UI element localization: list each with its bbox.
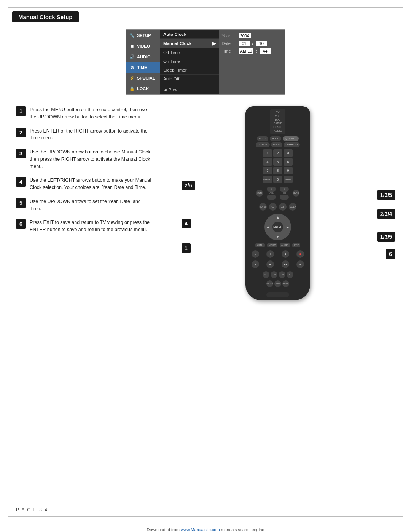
btn-9[interactable]: 9: [284, 167, 293, 174]
action-row: FORMAT INPUT COMMAND: [256, 142, 300, 147]
btn-1[interactable]: 1: [263, 149, 272, 157]
ff-button[interactable]: ⏭: [266, 260, 274, 268]
btn-0[interactable]: 0: [273, 176, 282, 183]
ch-down[interactable]: −: [280, 195, 289, 200]
date-value1[interactable]: 01: [239, 41, 250, 46]
sidebar-item-setup[interactable]: 🔧 SETUP: [126, 30, 160, 41]
audio-button[interactable]: AUDIO: [280, 243, 290, 247]
menu-item-manual-clock[interactable]: Manual Clock ▶: [160, 39, 218, 48]
enter-button[interactable]: ENTER: [272, 222, 283, 232]
sidebar-label-video: VIDEO: [137, 44, 150, 48]
callout-1: 1: [182, 243, 191, 253]
se-button[interactable]: SE: [263, 271, 269, 278]
mode-button[interactable]: MODE: [270, 136, 281, 141]
fwhat-button[interactable]: F: [287, 271, 293, 278]
btn-8[interactable]: 8: [273, 167, 282, 174]
year-value[interactable]: 2004: [239, 33, 251, 38]
vol-control: + VOL −: [267, 187, 276, 200]
menu-button[interactable]: MENU: [255, 243, 265, 247]
sidebar-item-audio[interactable]: 🔊 AUDIO: [126, 51, 160, 62]
vol-down[interactable]: −: [267, 195, 276, 200]
menu-panel: Year 2004 Date 01 / 10 Time AM 10 : 44: [219, 30, 285, 94]
footer-suffix: manuals search engine: [220, 527, 264, 532]
format-button[interactable]: FORMAT: [256, 142, 270, 147]
tune-button[interactable]: TUNE: [274, 280, 281, 287]
freeze-button[interactable]: FREEZE: [266, 280, 273, 287]
btn-5[interactable]: 5: [273, 158, 282, 166]
video-button[interactable]: VIDEO: [267, 243, 277, 247]
input-button[interactable]: INPUT: [271, 142, 282, 147]
sidebar-item-video[interactable]: ▣ VIDEO: [126, 41, 160, 51]
nav-right[interactable]: ►: [286, 225, 290, 229]
menu-buttons-row: MENU VIDEO AUDIO EXIT: [255, 243, 301, 247]
skip-fwd-button[interactable]: ►: [296, 260, 304, 268]
ail-button[interactable]: AIL: [279, 203, 287, 211]
year-label: Year: [222, 34, 236, 38]
footer-link[interactable]: www.Manualslib.com: [181, 527, 220, 532]
nav-down[interactable]: ▼: [276, 235, 280, 239]
step-text-3: Use the UP/DOWN arrow button to choose M…: [30, 149, 153, 170]
callout-4: 4: [182, 219, 191, 228]
step-number-4: 4: [16, 177, 26, 187]
fph1-button[interactable]: FP/H: [271, 271, 277, 278]
record-button[interactable]: ⏺: [296, 250, 304, 258]
menu-item-auto-clock[interactable]: Auto Clock: [160, 30, 218, 39]
time-value2[interactable]: 44: [260, 48, 271, 54]
ratio-button[interactable]: RATIO: [259, 203, 267, 211]
sidebar-item-lock[interactable]: 🔒 LOCK: [126, 83, 160, 94]
menu-item-on-time[interactable]: On Time: [160, 57, 218, 66]
ch-up[interactable]: +: [280, 187, 289, 192]
skip-back-button[interactable]: ◄◄: [282, 260, 289, 268]
menu-item-auto-off[interactable]: Auto Off: [160, 75, 218, 83]
numpad: 1 2 3 4 5 6 7 8 9 ENTER/0 0 JUMP: [263, 149, 293, 183]
menu-item-off-time[interactable]: Off Time: [160, 48, 218, 57]
btn-jump[interactable]: JUMP: [284, 176, 293, 183]
stop-button[interactable]: ⏹: [282, 250, 289, 258]
step-text-2: Press ENTER or the RIGHT arrow button to…: [30, 128, 153, 142]
sleep-button[interactable]: SLEEP: [289, 203, 296, 211]
btn-3[interactable]: 3: [284, 149, 293, 157]
menu-item-sleep-timer[interactable]: Sleep Timer: [160, 66, 218, 75]
pause-button[interactable]: ⏸: [266, 250, 274, 258]
time-label: Time: [222, 49, 236, 53]
lock-icon: 🔒: [129, 85, 135, 92]
step-2: 2 Press ENTER or the RIGHT arrow button …: [16, 128, 153, 142]
light-button[interactable]: LIGHT: [257, 136, 268, 141]
step-6: 6 Press EXIT to save and return to TV vi…: [16, 219, 153, 233]
swap-button[interactable]: SWAP: [282, 280, 289, 287]
sidebar-label-lock: LOCK: [137, 86, 149, 91]
surr-button[interactable]: SURR: [293, 190, 299, 197]
btn-enter0[interactable]: ENTER/0: [263, 176, 272, 183]
callout-135b: 1/3/5: [377, 232, 395, 242]
exit-button[interactable]: EXIT: [292, 243, 300, 247]
step-number-2: 2: [16, 128, 26, 137]
nav-up[interactable]: ▲: [276, 215, 280, 219]
step-3: 3 Use the UP/DOWN arrow button to choose…: [16, 149, 153, 170]
btn-4[interactable]: 4: [263, 158, 272, 166]
date-value2[interactable]: 10: [256, 41, 267, 46]
setup-icon: 🔧: [129, 32, 135, 39]
step-number-1: 1: [16, 106, 26, 116]
nav-left[interactable]: ◄: [266, 225, 270, 229]
remote-device-label: TV VCR DVD CABLE HDSTB AUDIO: [270, 109, 285, 134]
btn-2[interactable]: 2: [273, 149, 282, 157]
cc-button[interactable]: CC: [269, 203, 277, 211]
sidebar-item-special[interactable]: ⚡ SPECIAL: [126, 73, 160, 83]
mute-button[interactable]: MUTE: [256, 190, 263, 197]
fph2-button[interactable]: FP/H: [279, 271, 285, 278]
remote-control: TV VCR DVD CABLE HDSTB AUDIO LIGHT MODE …: [245, 106, 310, 300]
vol-up[interactable]: +: [267, 187, 276, 192]
btn-6[interactable]: 6: [284, 158, 293, 166]
date-sep: /: [252, 41, 253, 46]
page-container: Manual Clock Setup 🔧 SETUP ▣ VIDEO 🔊 AUD…: [8, 7, 403, 517]
time-value1[interactable]: AM 10: [239, 48, 254, 54]
rew-button[interactable]: ⏮: [252, 260, 259, 268]
steps-list: 1 Press the MENU button on the remote co…: [16, 106, 153, 300]
power-button[interactable]: ⏻ POWER: [283, 136, 299, 141]
btn-7[interactable]: 7: [263, 167, 272, 174]
sidebar-item-time[interactable]: ⊘ TIME: [126, 62, 160, 73]
play-button[interactable]: ▶: [252, 250, 259, 258]
command-button[interactable]: COMMAND: [284, 142, 300, 147]
func-row-2: FREEZE TUNE SWAP: [266, 280, 289, 287]
step-4: 4 Use the LEFT/RIGHT arrows button to ma…: [16, 177, 153, 191]
